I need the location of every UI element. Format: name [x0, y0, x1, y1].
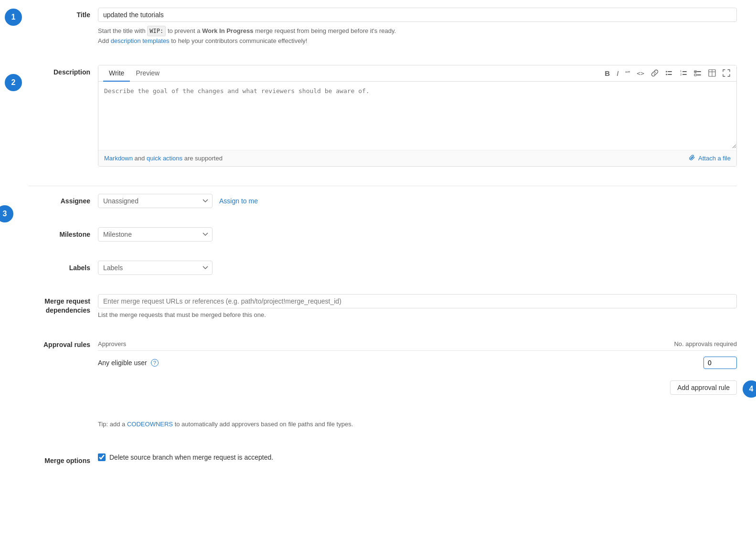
description-box: Write Preview B I “” <>	[98, 65, 737, 167]
approval-table: Approvers No. approvals required Any eli…	[98, 337, 737, 375]
description-label: Description	[29, 65, 98, 77]
description-tabs-bar: Write Preview B I “” <>	[98, 65, 736, 82]
delete-source-branch-label: Delete source branch when merge request …	[109, 453, 273, 461]
approvals-required-col-header: No. approvals required	[674, 340, 737, 347]
tab-preview[interactable]: Preview	[130, 65, 165, 82]
svg-rect-5	[682, 71, 687, 72]
tip-section: Tip: add a CODEOWNERS to automatically a…	[29, 414, 737, 444]
desc-template-suffix: to help your contributors communicate ef…	[171, 37, 307, 44]
mr-dependencies-input[interactable]	[98, 294, 737, 308]
description-textarea[interactable]	[98, 82, 736, 148]
assignee-label: Assignee	[29, 194, 98, 206]
delete-source-branch-option[interactable]: Delete source branch when merge request …	[98, 453, 737, 461]
svg-rect-11	[697, 74, 701, 75]
wip-code: WIP:	[147, 26, 166, 36]
milestone-dropdown[interactable]: Milestone	[98, 227, 213, 242]
svg-rect-9	[697, 71, 701, 72]
labels-dropdown[interactable]: Labels	[98, 261, 213, 275]
approval-header: Approvers No. approvals required	[98, 337, 737, 351]
wip-bold-text: Work In Progress	[202, 27, 253, 34]
toolbar-fullscreen[interactable]	[721, 68, 732, 78]
title-section: Title Start the title with WIP: to preve…	[29, 8, 737, 55]
title-label: Title	[29, 8, 98, 20]
attach-icon	[689, 154, 695, 162]
toolbar-bold[interactable]: B	[603, 69, 611, 78]
step-badge-4: 4	[743, 380, 756, 398]
toolbar-task-list[interactable]	[692, 68, 703, 78]
title-input[interactable]	[98, 8, 737, 22]
step-badge-3: 3	[0, 205, 13, 222]
step-badge-2: 2	[5, 74, 22, 91]
assignee-section: Assignee Unassigned Assign to me	[29, 194, 737, 218]
milestone-section: Milestone Milestone	[29, 227, 737, 251]
description-toolbar: B I “” <> 1.2.	[603, 68, 732, 78]
attach-file-button[interactable]: Attach a file	[689, 154, 731, 162]
quick-actions-link[interactable]: quick actions	[147, 155, 182, 162]
svg-point-0	[666, 71, 667, 73]
approval-rules-section: Approval rules Approvers No. approvals r…	[29, 337, 737, 404]
approver-name-cell: Any eligible user ?	[98, 359, 159, 367]
milestone-label: Milestone	[29, 227, 98, 240]
help-icon[interactable]: ?	[151, 359, 159, 367]
toolbar-link[interactable]	[650, 68, 660, 78]
toolbar-bullet-list[interactable]	[664, 68, 674, 78]
labels-section: Labels Labels	[29, 261, 737, 284]
mr-dependencies-section: Merge request dependencies List the merg…	[29, 294, 737, 328]
svg-rect-7	[682, 74, 687, 75]
description-section: Description Write Preview B I “” <>	[29, 65, 737, 176]
hint-prefix-text: Start the title with	[98, 27, 146, 34]
svg-rect-3	[668, 74, 672, 75]
merge-options-section: Merge options Delete source branch when …	[29, 453, 737, 475]
approval-any-eligible-row: Any eligible user ?	[98, 351, 737, 375]
desc-templates-link[interactable]: description templates	[111, 37, 170, 44]
tab-write[interactable]: Write	[103, 65, 130, 82]
description-footer: Markdown and quick actions are supported…	[98, 150, 736, 166]
hint-middle-text: to prevent a	[168, 27, 201, 34]
labels-label: Labels	[29, 261, 98, 273]
assignee-row: Unassigned Assign to me	[98, 194, 737, 208]
section-divider-1	[29, 186, 737, 186]
svg-text:1.: 1.	[680, 70, 682, 73]
attach-file-label: Attach a file	[698, 155, 731, 162]
tip-text: Tip: add a CODEOWNERS to automatically a…	[98, 421, 737, 428]
markdown-link[interactable]: Markdown	[104, 155, 133, 162]
mr-dependencies-label: Merge request dependencies	[29, 294, 98, 316]
approval-rules-label: Approval rules	[29, 337, 98, 350]
assignee-dropdown[interactable]: Unassigned	[98, 194, 213, 208]
step-badge-1: 1	[5, 9, 22, 26]
toolbar-italic[interactable]: I	[615, 69, 620, 78]
assign-me-link[interactable]: Assign to me	[219, 197, 258, 205]
delete-source-branch-checkbox[interactable]	[98, 453, 106, 461]
markdown-support-text: Markdown and quick actions are supported	[104, 155, 223, 162]
svg-point-2	[666, 74, 667, 75]
toolbar-table[interactable]	[707, 68, 717, 78]
merge-options-label: Merge options	[29, 453, 98, 466]
title-hint: Start the title with WIP: to prevent a W…	[98, 26, 737, 46]
desc-template-prefix: Add	[98, 37, 109, 44]
approvals-number-input[interactable]	[703, 357, 737, 369]
toolbar-ordered-list[interactable]: 1.2.	[678, 68, 689, 78]
hint-suffix-text: merge request from being merged before i…	[255, 27, 396, 34]
any-eligible-user-label: Any eligible user	[98, 359, 147, 367]
approvals-input-cell	[703, 357, 737, 369]
toolbar-code[interactable]: <>	[635, 69, 646, 77]
codeowners-link[interactable]: CODEOWNERS	[127, 421, 173, 428]
mr-dependencies-hint: List the merge requests that must be mer…	[98, 311, 737, 318]
svg-rect-1	[668, 71, 672, 72]
toolbar-quote[interactable]: “”	[624, 69, 631, 78]
approvers-col-header: Approvers	[98, 340, 126, 347]
svg-rect-10	[694, 74, 696, 76]
svg-text:2.: 2.	[680, 73, 682, 76]
add-approval-rule-button[interactable]: Add approval rule	[670, 380, 737, 395]
